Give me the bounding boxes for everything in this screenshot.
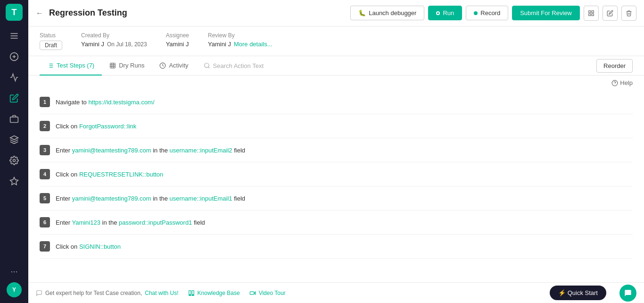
- knowledge-base-link[interactable]: Knowledge Base: [188, 290, 240, 296]
- svg-rect-32: [189, 295, 190, 295]
- status-meta: Status Draft: [40, 32, 62, 50]
- tab-test-steps-label: Test Steps (7): [57, 62, 94, 69]
- footer: Get expert help for Test Case creation, …: [28, 282, 644, 303]
- tab-activity[interactable]: Activity: [152, 56, 196, 76]
- svg-marker-7: [10, 136, 18, 140]
- step-number: 6: [40, 217, 50, 227]
- more-details-link[interactable]: More details...: [234, 41, 272, 48]
- step-link[interactable]: ForgotPassword::link: [79, 123, 136, 130]
- svg-point-8: [13, 160, 16, 162]
- table-row: 7 Click on SIGNIN::button: [40, 235, 633, 259]
- step-number: 1: [40, 97, 50, 107]
- video-tour-link[interactable]: Video Tour: [249, 290, 286, 296]
- svg-rect-34: [250, 292, 254, 295]
- chat-icon: [36, 290, 42, 296]
- tab-dry-runs[interactable]: Dry Runs: [102, 56, 152, 76]
- launch-debugger-button[interactable]: 🐛 Launch debugger: [350, 6, 424, 20]
- step-number: 3: [40, 145, 50, 155]
- chat-button[interactable]: [619, 285, 636, 302]
- quick-start-button[interactable]: ⚡ Quick Start: [550, 286, 606, 300]
- main-content: ← Regression Testing 🐛 Launch debugger R…: [28, 0, 644, 303]
- sidebar: T ··· Y: [0, 0, 28, 303]
- step-content: Enter yamini@teamtesting789.com in the u…: [56, 195, 245, 202]
- review-by-meta: Review By Yamini J More details...: [208, 32, 272, 48]
- svg-marker-9: [10, 177, 18, 185]
- sidebar-item-activity[interactable]: [5, 68, 24, 87]
- search-placeholder: Search Action Text: [213, 62, 264, 69]
- step-link2[interactable]: username::inputEmail1: [170, 195, 232, 202]
- table-row: 6 Enter Yamini123 in the password::input…: [40, 210, 633, 235]
- step-number: 4: [40, 169, 50, 179]
- sidebar-more-dots[interactable]: ···: [10, 267, 17, 277]
- table-row: 2 Click on ForgotPassword::link: [40, 114, 633, 138]
- header-actions: 🐛 Launch debugger Run Record Submit For …: [350, 6, 636, 21]
- run-dot-icon: [436, 11, 440, 15]
- step-link[interactable]: yamini@teamtesting789.com: [72, 147, 151, 154]
- sidebar-item-star[interactable]: [5, 172, 24, 191]
- step-content: Click on ForgotPassword::link: [56, 123, 136, 130]
- step-link2[interactable]: password::inputPassword1: [119, 219, 192, 226]
- video-icon: [249, 290, 256, 296]
- svg-rect-31: [192, 290, 194, 294]
- table-row: 1 Navigate to https://id.testsigma.com/: [40, 90, 633, 114]
- record-dot-icon: [474, 11, 478, 15]
- step-number: 2: [40, 121, 50, 131]
- tabs-bar: Test Steps (7) Dry Runs Activity Search …: [28, 56, 644, 76]
- svg-rect-12: [592, 14, 594, 16]
- step-link[interactable]: https://id.testsigma.com/: [88, 99, 154, 106]
- svg-rect-13: [589, 14, 591, 16]
- svg-rect-11: [592, 10, 594, 12]
- sidebar-item-menu[interactable]: [5, 26, 24, 45]
- page-title: Regression Testing: [49, 8, 345, 18]
- step-content: Click on SIGNIN::button: [56, 243, 121, 250]
- sidebar-item-layers[interactable]: [5, 130, 24, 149]
- step-content: Enter Yamini123 in the password::inputPa…: [56, 219, 205, 226]
- table-row: 4 Click on REQUESTRESETLINK::button: [40, 162, 633, 186]
- tab-test-steps[interactable]: Test Steps (7): [40, 56, 102, 76]
- steps-area: Help 1 Navigate to https://id.testsigma.…: [28, 76, 644, 282]
- chat-with-us-link[interactable]: Chat with Us!: [145, 290, 178, 296]
- delete-button[interactable]: [621, 6, 636, 21]
- search-action-area[interactable]: Search Action Text: [196, 59, 596, 73]
- step-link[interactable]: SIGNIN::button: [79, 243, 121, 250]
- created-by-meta: Created By Yamini J On Jul 18, 2023: [81, 32, 147, 48]
- sidebar-item-settings[interactable]: [5, 151, 24, 170]
- submit-review-button[interactable]: Submit For Review: [512, 6, 580, 20]
- svg-rect-20: [110, 63, 116, 68]
- avatar[interactable]: Y: [7, 282, 22, 297]
- back-button[interactable]: ←: [36, 9, 43, 17]
- sidebar-item-add[interactable]: [5, 47, 24, 66]
- sidebar-item-briefcase[interactable]: [5, 109, 24, 128]
- tab-dry-runs-label: Dry Runs: [119, 62, 144, 69]
- svg-rect-10: [589, 10, 591, 12]
- svg-rect-6: [10, 117, 18, 123]
- fullscreen-button[interactable]: [584, 6, 599, 21]
- step-link[interactable]: REQUESTRESETLINK::button: [79, 171, 163, 178]
- run-button[interactable]: Run: [428, 6, 462, 20]
- table-row: 3 Enter yamini@teamtesting789.com in the…: [40, 138, 633, 162]
- tab-activity-label: Activity: [169, 62, 188, 69]
- assignee-meta: Assignee Yamini J: [166, 32, 189, 48]
- book-icon: [188, 290, 195, 296]
- step-link[interactable]: yamini@teamtesting789.com: [72, 195, 151, 202]
- status-badge: Draft: [40, 41, 62, 50]
- header: ← Regression Testing 🐛 Launch debugger R…: [28, 0, 644, 26]
- step-number: 5: [40, 193, 50, 203]
- record-button[interactable]: Record: [466, 6, 508, 20]
- svg-rect-33: [192, 295, 194, 295]
- table-row: 5 Enter yamini@teamtesting789.com in the…: [40, 186, 633, 210]
- app-logo[interactable]: T: [6, 4, 23, 21]
- debugger-icon: 🐛: [358, 9, 366, 17]
- meta-bar: Status Draft Created By Yamini J On Jul …: [28, 26, 644, 56]
- edit-button[interactable]: [603, 6, 618, 21]
- svg-point-26: [204, 63, 208, 67]
- step-content: Navigate to https://id.testsigma.com/: [56, 99, 155, 106]
- help-icon: [611, 80, 618, 86]
- step-number: 7: [40, 241, 50, 252]
- step-link2[interactable]: username::inputEmail2: [170, 147, 232, 154]
- step-link[interactable]: Yamini123: [72, 219, 100, 226]
- reorder-button[interactable]: Reorder: [596, 59, 633, 73]
- chat-bubble-icon: [624, 289, 632, 297]
- sidebar-item-edit[interactable]: [5, 89, 24, 108]
- help-link[interactable]: Help: [611, 79, 633, 86]
